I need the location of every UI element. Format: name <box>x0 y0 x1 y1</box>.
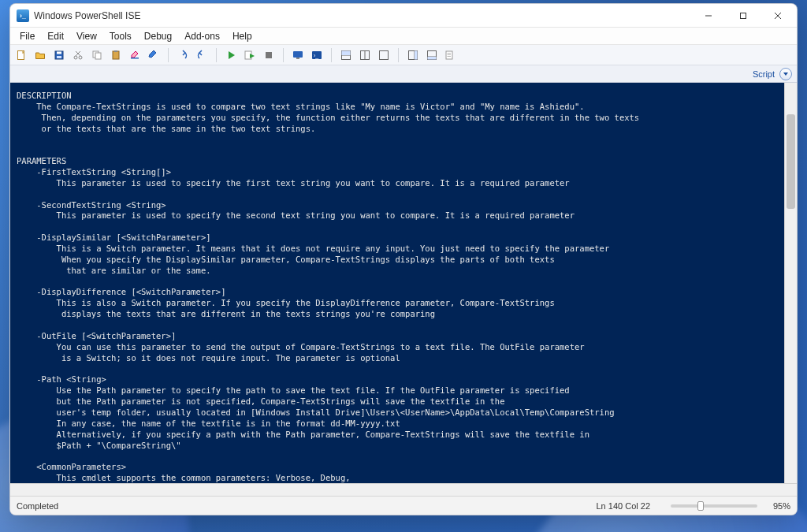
svg-rect-22 <box>296 58 299 59</box>
toolbar-separator <box>216 48 217 62</box>
powershell-app-icon: ›_ <box>17 9 29 22</box>
undo-icon[interactable] <box>175 47 191 63</box>
paste-icon[interactable] <box>108 47 124 63</box>
toolbar-separator <box>331 48 332 62</box>
menu-file[interactable]: File <box>13 29 41 43</box>
new-file-icon[interactable] <box>13 47 29 63</box>
toolbar-separator <box>168 48 169 62</box>
console-area: DESCRIPTION The Compare-TextStrings is u… <box>10 83 797 483</box>
toolbar: ›_ <box>10 45 797 65</box>
copy-icon[interactable] <box>89 47 105 63</box>
close-button[interactable] <box>761 5 795 27</box>
minimize-button[interactable] <box>691 5 726 27</box>
menu-debug[interactable]: Debug <box>138 29 178 43</box>
svg-rect-15 <box>114 50 117 52</box>
svg-rect-21 <box>293 51 303 58</box>
svg-marker-41 <box>783 73 788 76</box>
toolbar-separator <box>398 48 399 62</box>
remote-icon[interactable] <box>290 47 306 63</box>
vertical-scrollbar[interactable] <box>784 83 797 483</box>
svg-rect-20 <box>266 52 272 58</box>
svg-marker-19 <box>250 54 255 58</box>
powershell-icon[interactable]: ›_ <box>309 47 325 63</box>
menu-view[interactable]: View <box>70 29 103 43</box>
svg-rect-13 <box>95 53 101 59</box>
svg-rect-36 <box>428 57 437 60</box>
layout-dropdown[interactable] <box>779 68 792 80</box>
menubar: File Edit View Tools Debug Add-ons Help <box>10 28 797 45</box>
horizontal-scrollbar[interactable] <box>10 483 797 496</box>
clear-icon[interactable] <box>127 47 143 63</box>
svg-rect-6 <box>57 51 61 54</box>
run-selection-icon[interactable] <box>242 47 258 63</box>
stop-icon[interactable] <box>261 47 277 63</box>
titlebar: ›_ Windows PowerShell ISE <box>10 4 797 28</box>
app-window: ›_ Windows PowerShell ISE File Edit View… <box>9 3 798 515</box>
zoom-slider-thumb[interactable] <box>697 501 704 511</box>
redo-icon[interactable] <box>194 47 210 63</box>
svg-rect-16 <box>131 58 139 59</box>
save-icon[interactable] <box>51 47 67 63</box>
pane-top-icon[interactable] <box>338 47 354 63</box>
svg-text:›_: ›_ <box>314 53 318 59</box>
menu-help[interactable]: Help <box>226 29 258 43</box>
pane-max-icon[interactable] <box>376 47 392 63</box>
svg-rect-7 <box>57 56 61 58</box>
svg-rect-14 <box>113 51 119 59</box>
menu-addons[interactable]: Add-ons <box>178 29 226 43</box>
svg-point-8 <box>74 56 77 59</box>
cut-icon[interactable] <box>70 47 86 63</box>
zoom-value: 95% <box>764 501 790 511</box>
pane-right-icon[interactable] <box>357 47 373 63</box>
command-pane-icon[interactable] <box>424 47 440 63</box>
svg-marker-17 <box>229 51 235 59</box>
cursor-position: Ln 140 Col 22 <box>597 501 651 511</box>
statusbar: Completed Ln 140 Col 22 95% <box>10 496 797 515</box>
script-pane-header: Script <box>10 65 797 83</box>
svg-rect-30 <box>380 50 389 59</box>
options-icon[interactable] <box>443 47 459 63</box>
status-text: Completed <box>17 501 58 511</box>
open-file-icon[interactable] <box>32 47 48 63</box>
vertical-scrollbar-thumb[interactable] <box>787 114 795 209</box>
command-addon-icon[interactable] <box>405 47 421 63</box>
menu-edit[interactable]: Edit <box>41 29 70 43</box>
run-icon[interactable] <box>223 47 239 63</box>
svg-rect-33 <box>415 50 418 59</box>
svg-point-9 <box>79 56 82 59</box>
menu-tools[interactable]: Tools <box>103 29 138 43</box>
zoom-slider[interactable] <box>671 504 757 508</box>
console-output[interactable]: DESCRIPTION The Compare-TextStrings is u… <box>10 83 784 483</box>
window-title: Windows PowerShell ISE <box>34 10 140 21</box>
toolbar-separator <box>283 48 284 62</box>
svg-rect-27 <box>342 50 351 55</box>
maximize-button[interactable] <box>726 5 761 27</box>
svg-rect-1 <box>741 13 746 18</box>
find-icon[interactable] <box>146 47 162 63</box>
script-label[interactable]: Script <box>753 69 775 79</box>
